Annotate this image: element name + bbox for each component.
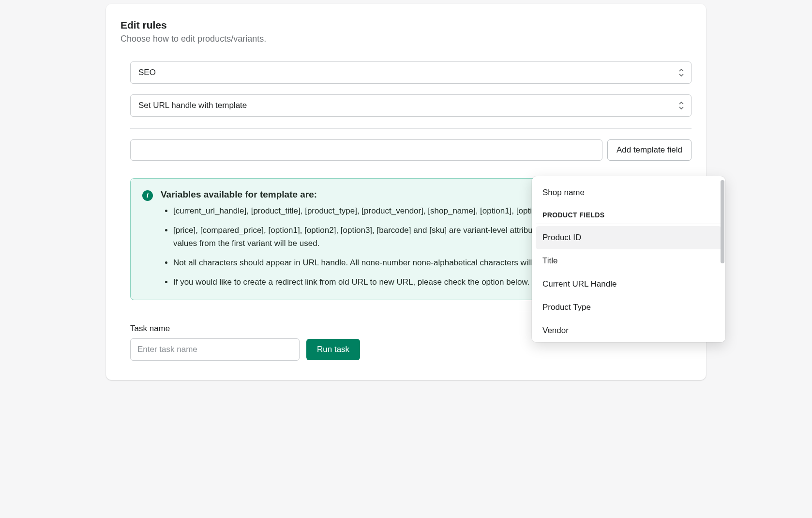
- task-name-input[interactable]: [130, 338, 300, 361]
- category-select[interactable]: SEO: [130, 61, 692, 84]
- edit-rules-card: Edit rules Choose how to edit products/v…: [106, 4, 706, 380]
- dropdown-item-shop-name[interactable]: Shop name: [536, 181, 722, 204]
- dropdown-item-current-url-handle[interactable]: Current URL Handle: [536, 273, 722, 296]
- template-input[interactable]: [130, 139, 602, 161]
- action-select-row: Set URL handle with template: [130, 94, 692, 117]
- dropdown-item-product-id[interactable]: Product ID: [536, 226, 722, 249]
- info-icon: i: [142, 190, 153, 201]
- template-field-dropdown: Shop name PRODUCT FIELDS Product ID Titl…: [532, 176, 725, 342]
- dropdown-item-title[interactable]: Title: [536, 249, 722, 273]
- add-template-field-button[interactable]: Add template field: [607, 139, 692, 161]
- dropdown-section-header: PRODUCT FIELDS: [536, 204, 722, 224]
- card-subtitle: Choose how to edit products/variants.: [120, 34, 692, 44]
- dropdown-item-vendor[interactable]: Vendor: [536, 319, 722, 342]
- action-select[interactable]: Set URL handle with template: [130, 94, 692, 117]
- category-select-row: SEO: [130, 61, 692, 84]
- card-title: Edit rules: [120, 19, 692, 31]
- template-row: Add template field: [130, 139, 692, 161]
- run-task-button[interactable]: Run task: [306, 339, 360, 360]
- dropdown-scrollbar[interactable]: [721, 180, 724, 263]
- divider: [130, 128, 692, 129]
- dropdown-item-product-type[interactable]: Product Type: [536, 296, 722, 319]
